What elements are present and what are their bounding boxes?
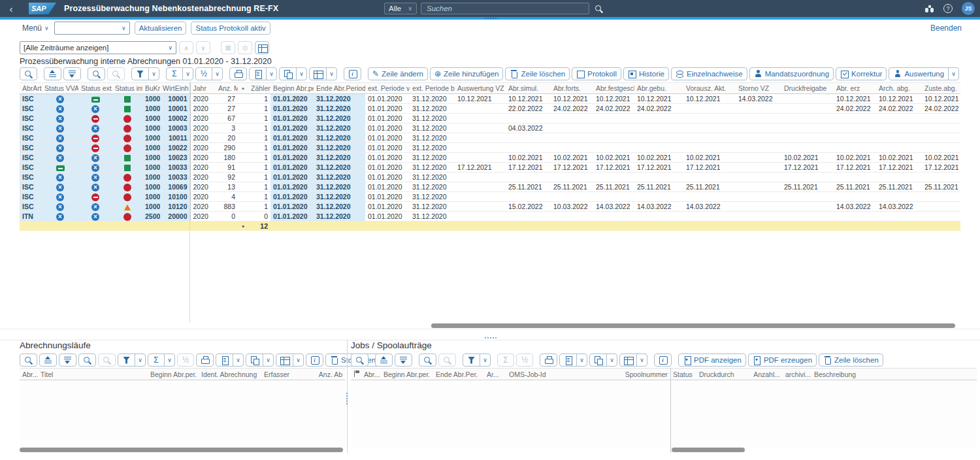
show-details-button[interactable] [20,67,37,80]
filter-menu-button[interactable]: ∨ [148,67,159,80]
jobs-layout-menu-button[interactable]: ∨ [636,353,647,367]
table-row[interactable]: ISC1000101202020883101.01.202031.12.2020… [20,202,960,212]
table-row[interactable]: ISC100010001202027101.01.202031.12.20200… [20,104,960,114]
pdf-show-button[interactable]: PDF anzeigen [678,353,746,367]
layout-menu-button[interactable]: ∨ [326,67,337,80]
column-header-simul[interactable]: Abr.simul. [506,83,551,94]
column-header-gebu[interactable]: Abr.gebu. [634,83,683,94]
evaluation-menu-button[interactable]: ∨ [948,67,959,80]
period-combobox[interactable]: [Alle Zeiträume anzeigen] ∨ [20,41,176,54]
runs-total-button[interactable]: Σ [148,353,165,367]
binoculars-icon[interactable] [924,5,934,12]
period-overview-button[interactable] [255,41,269,54]
back-icon[interactable]: ‹ [0,3,22,14]
column-header-mini[interactable]: ▪ [238,83,248,94]
jobs-layout-button[interactable] [619,353,637,367]
column-header-abr-[interactable]: Abr... [20,370,38,378]
column-header-flag[interactable] [351,370,361,378]
jobs-views-button[interactable] [559,353,577,367]
jobs-filter-button[interactable] [463,353,480,367]
column-header-archivi-[interactable]: archivi... [783,370,811,378]
column-header-beginn-abr-per-[interactable]: Beginn Abr.per. [381,370,433,378]
add-row-button[interactable]: ⊕Zeile hinzufügen [430,67,503,80]
search-input[interactable] [425,4,585,13]
table-row[interactable]: ISC10001010020204101.01.202031.12.202001… [20,192,960,202]
column-header-titel[interactable]: Titel [38,370,148,378]
column-header-zuste[interactable]: Zuste.abg. [922,83,960,94]
column-header-extbis[interactable]: ext. Periode bis [410,83,455,94]
filter-button[interactable] [131,67,149,80]
collapse-grip[interactable] [490,18,491,19]
scrollbar-thumb[interactable] [20,448,343,452]
table-row[interactable]: ISC100010002202067101.01.202031.12.20200… [20,114,960,123]
scrollbar-thumb[interactable] [672,448,745,452]
runs-show-details-button[interactable] [20,353,37,367]
protocol-button[interactable]: Protokoll [572,67,621,80]
avatar[interactable]: JS [962,2,975,15]
delete-row-button[interactable]: Zeile löschen [505,67,570,80]
column-header-abr-[interactable]: Abr... [361,370,381,378]
views-menu-button[interactable]: ∨ [266,67,277,80]
splitter-grip[interactable] [490,337,491,338]
jobs-info-button[interactable] [654,353,672,367]
table-row[interactable]: ISC100010033202092101.01.202031.12.20200… [20,172,960,182]
column-header-arch[interactable]: Arch. abg. [876,83,922,94]
table-row[interactable]: ITN25002000020200001.01.202031.12.202001… [20,212,960,222]
menu-button[interactable]: Menü ∨ [22,24,49,33]
export-button[interactable] [279,67,297,80]
table-row[interactable]: ISC100010011202020101.01.202031.12.20200… [20,133,960,143]
table-row[interactable]: ISC100010033202091101.01.202031.12.20200… [20,163,960,172]
jobs-export-button[interactable] [589,353,607,367]
jobs-export-menu-button[interactable]: ∨ [606,353,617,367]
table-row[interactable]: ISC1000100222020290101.01.202031.12.2020… [20,143,960,153]
column-header-abrart[interactable]: AbrArt [20,83,42,94]
jobs-sort-descending-button[interactable] [395,353,412,367]
search-icon[interactable] [595,5,603,13]
column-header-anzme[interactable]: Anz. ME [216,83,238,94]
runs-views-button[interactable] [216,353,233,367]
splitter-grip[interactable] [346,398,348,399]
column-header-spoolnummer[interactable]: Spoolnummer [612,370,670,378]
column-header-we[interactable]: WirtEinh [160,83,190,94]
column-header-beginn[interactable]: Beginn Abr.per. [270,83,314,94]
print-button[interactable] [229,67,247,80]
runs-filter-menu-button[interactable]: ∨ [135,353,146,367]
vertical-splitter[interactable] [347,340,348,453]
export-menu-button[interactable]: ∨ [296,67,307,80]
sort-descending-button[interactable] [63,67,81,80]
jobs-print-button[interactable] [540,353,557,367]
layout-button[interactable] [309,67,327,80]
info-button[interactable] [344,67,361,80]
runs-layout-button[interactable] [276,353,293,367]
runs-find-button[interactable] [78,353,96,367]
column-header-status[interactable]: Status [670,370,696,378]
runs-export-menu-button[interactable]: ∨ [263,353,274,367]
column-header-beschreibung[interactable]: Beschreibung [811,370,977,378]
column-header-oms-job-id[interactable]: OMS-Job-Id [506,370,612,378]
refresh-button[interactable]: Aktualisieren [135,22,187,35]
table-row[interactable]: ISC1000100232020180101.01.202031.12.2020… [20,153,960,163]
column-header-s2[interactable]: Status ext. [78,83,112,94]
views-button[interactable] [249,67,267,80]
column-header-ident-abrechnung[interactable]: Ident. Abrechnung [199,370,261,378]
table-row[interactable]: ISC100010001202027101.01.202031.12.20200… [20,94,960,104]
runs-print-button[interactable] [196,353,214,367]
column-header-ende-abr-per-[interactable]: Ende Abr.Per. [433,370,484,378]
evaluation-button[interactable]: Auswertung [889,67,949,80]
column-header-zaehler[interactable]: Zähler [248,83,270,94]
column-header-anz-ab[interactable]: Anz. Ab [306,370,345,378]
column-header-extvon[interactable]: ext. Periode von [365,83,410,94]
status-protocol-button[interactable]: Status Protokoll aktiv [191,22,270,35]
runs-total-menu-button[interactable]: ∨ [164,353,175,367]
column-header-ende[interactable]: Ende Abr.Periode [314,83,365,94]
jobs-find-button[interactable] [419,353,436,367]
jobs-delete-row-button[interactable]: Zeile löschen [819,353,883,367]
total-button[interactable]: Σ [166,67,183,80]
change-row-button[interactable]: ✎Zeile ändern [368,67,428,80]
pdf-create-button[interactable]: PDF erzeugen [748,353,817,367]
column-header-bukr[interactable]: BuKr. [142,83,160,94]
column-header-storno[interactable]: Storno VZ [736,83,781,94]
correction-button[interactable]: Korrektur [836,67,887,80]
column-header-druck[interactable]: Druckfreigabe [781,83,834,94]
horizontal-splitter[interactable] [0,329,980,340]
